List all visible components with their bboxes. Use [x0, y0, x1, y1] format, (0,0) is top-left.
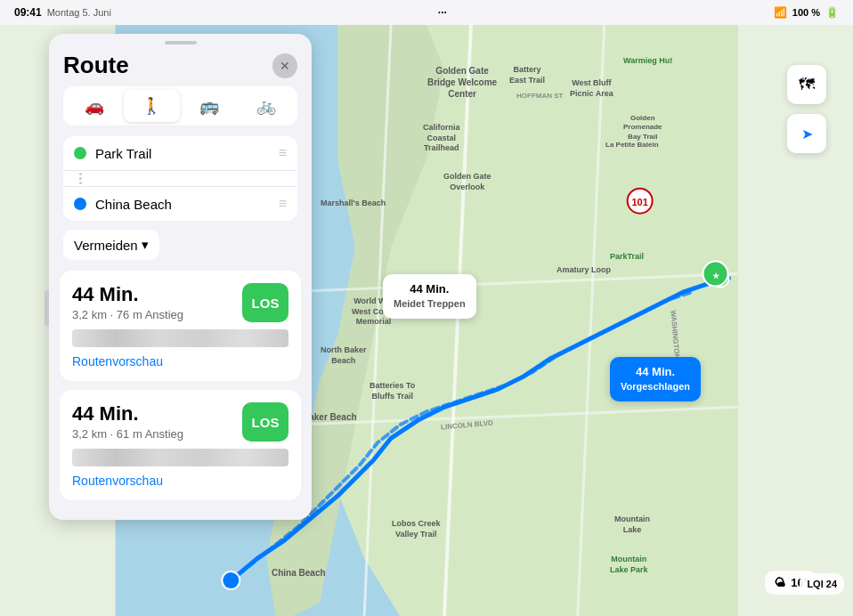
avoid-button[interactable]: Vermeiden ▾: [63, 230, 159, 260]
map-label-amatury: Amatury Loop: [556, 265, 611, 274]
close-button[interactable]: ✕: [272, 53, 297, 78]
battery-label: 100 %: [792, 7, 820, 18]
map-layers-icon: 🗺: [799, 76, 815, 94]
svg-point-9: [222, 571, 240, 589]
walk-icon: 🚶: [142, 96, 161, 116]
map-label-golden-gate: Golden GateBridge WelcomeCenter: [427, 65, 497, 100]
sidebar-title: Route: [63, 52, 129, 79]
status-icons: 📶 100 % 🔋: [774, 6, 839, 19]
status-time: 09:41: [14, 6, 42, 19]
svg-text:101: 101: [631, 197, 647, 207]
route-1-info: 44 Min. 3,2 km · 76 m Anstieg: [72, 283, 183, 321]
route-preview-link-1[interactable]: Routenvorschau: [72, 354, 288, 369]
connector-dots: [74, 173, 86, 184]
sidebar-handle: [49, 34, 312, 48]
conn-dot-1: [79, 173, 82, 175]
transport-car-button[interactable]: 🚗: [67, 90, 122, 122]
map-label-batteries-bluffs: Batteries ToBluffs Trail: [370, 381, 415, 401]
svg-text:★: ★: [712, 272, 720, 280]
callout-subtitle-2: Vorgeschlagen: [621, 380, 690, 393]
waypoint-start-label: Park Trail: [95, 146, 270, 161]
callout-vorgeschlagen[interactable]: 44 Min. Vorgeschlagen: [610, 357, 701, 401]
map-layers-button[interactable]: 🗺: [787, 65, 826, 104]
route-card-1-header: 44 Min. 3,2 km · 76 m Anstieg LOS: [72, 283, 288, 322]
waypoint-end-label: China Beach: [95, 197, 270, 212]
chevron-down-icon: ▾: [142, 237, 149, 253]
transport-transit-button[interactable]: 🚌: [182, 90, 237, 122]
waypoints-separator: [63, 171, 297, 187]
compass-button[interactable]: ➤: [787, 114, 826, 153]
waypoint-dot-start: [74, 147, 86, 159]
map-label-north-baker: North BakerBeach: [321, 345, 367, 366]
los-button-2[interactable]: LOS: [242, 402, 288, 442]
los-label-1: LOS: [252, 296, 280, 311]
map-label-california-coastal: CaliforniaCoastalTrailhead: [423, 123, 460, 154]
map-label-mountain-lake: MountainLake: [614, 515, 650, 535]
waypoint-end[interactable]: China Beach ≡: [63, 187, 297, 221]
elevation-bar-1: [72, 329, 288, 347]
conn-dot-2: [79, 177, 82, 180]
callout-time-1: 44 Min.: [394, 281, 466, 297]
status-time-area: 09:41 Montag 5. Juni: [14, 6, 111, 19]
close-icon: ✕: [280, 59, 290, 73]
conn-dot-3: [79, 182, 82, 184]
status-dots: ···: [438, 6, 447, 19]
bike-icon: 🚲: [256, 96, 276, 116]
map-label-golden-gate-overlook: Golden GateOverlook: [443, 172, 491, 192]
callout-time-2: 44 Min.: [621, 364, 690, 380]
sidebar-scroll-handle[interactable]: [45, 290, 49, 326]
handle-bar: [165, 41, 197, 45]
map-label-la-petite: La Petite Balein: [605, 141, 659, 149]
los-button-1[interactable]: LOS: [242, 283, 288, 322]
map-label-mountain-lake-park: MountainLake Park: [610, 555, 648, 575]
transit-icon: 🚌: [199, 96, 219, 116]
map-label-marshalls-beach: Marshall's Beach: [321, 199, 386, 207]
route-card-2-header: 44 Min. 3,2 km · 61 m Anstieg LOS: [72, 402, 288, 442]
route-2-details: 3,2 km · 61 m Anstieg: [72, 427, 183, 441]
status-bar: 09:41 Montag 5. Juni ··· 📶 100 % 🔋: [0, 0, 853, 25]
map-label-china-beach-map: China Beach: [272, 568, 326, 578]
lqi-text: LQI 24: [807, 579, 837, 589]
status-date: Montag 5. Juni: [47, 7, 111, 18]
compass-icon: ➤: [801, 126, 813, 142]
avoid-label: Vermeiden: [74, 238, 138, 253]
sidebar-panel: Route ✕ 🚗 🚶 🚌 🚲 Park Trail ≡: [49, 34, 312, 520]
map-label-battery-east: BatteryEast Trail: [509, 65, 545, 85]
los-label-2: LOS: [252, 415, 280, 430]
transport-modes: 🚗 🚶 🚌 🚲: [63, 86, 297, 126]
car-icon: 🚗: [85, 96, 104, 116]
map-label-golden-prom: GoldenPromenadeBay Trail: [623, 114, 662, 142]
elevation-bar-2: [72, 449, 288, 466]
drag-handle-end[interactable]: ≡: [279, 196, 287, 212]
route-1-details: 3,2 km · 76 m Anstieg: [72, 308, 183, 321]
route-preview-link-2[interactable]: Routenvorschau: [72, 474, 288, 488]
waypoint-dot-end: [74, 198, 86, 210]
map-label-hoffman: HOFFMAN ST: [516, 92, 563, 100]
route-1-time: 44 Min.: [72, 283, 183, 306]
waypoint-start[interactable]: Park Trail ≡: [63, 136, 297, 171]
route-card-1[interactable]: 44 Min. 3,2 km · 76 m Anstieg LOS Routen…: [60, 271, 301, 381]
map-label-warmieg: Warmieg Hu!: [623, 56, 672, 67]
weather-icon: 🌤: [774, 576, 785, 589]
drag-handle-start[interactable]: ≡: [279, 145, 287, 161]
route-2-info: 44 Min. 3,2 km · 61 m Anstieg: [72, 402, 183, 441]
transport-walk-button[interactable]: 🚶: [124, 90, 179, 122]
map-label-west-bluff: West BluffPicnic Area: [570, 78, 613, 99]
status-dots-text: ···: [438, 6, 447, 19]
route-2-time: 44 Min.: [72, 402, 183, 426]
wifi-icon: 📶: [774, 6, 787, 19]
sidebar-header: Route ✕: [49, 48, 312, 86]
lqi-badge: LQI 24: [800, 573, 844, 595]
route-card-2[interactable]: 44 Min. 3,2 km · 61 m Anstieg LOS Routen…: [60, 390, 301, 500]
map-label-lobos-creek: Lobos CreekValley Trail: [392, 519, 441, 539]
waypoints-list: Park Trail ≡ China Beach ≡: [63, 136, 297, 221]
battery-icon: 🔋: [825, 6, 839, 19]
transport-bike-button[interactable]: 🚲: [239, 90, 294, 122]
callout-meidet-treppen[interactable]: 44 Min. Meidet Treppen: [383, 274, 476, 319]
callout-subtitle-1: Meidet Treppen: [394, 297, 466, 311]
map-label-park-trail: ParkTrail: [610, 252, 644, 261]
